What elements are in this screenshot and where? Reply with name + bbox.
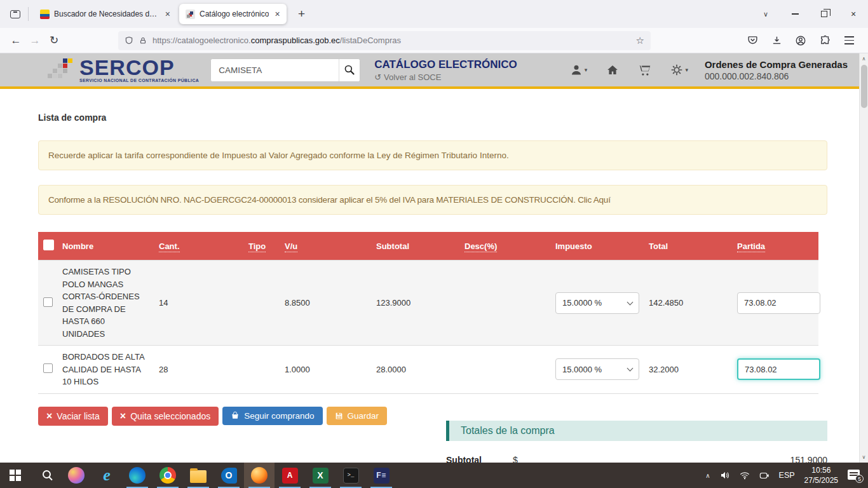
- volume-icon[interactable]: [720, 471, 730, 480]
- seguir-comprando-button[interactable]: Seguir comprando: [222, 407, 322, 425]
- impuesto-select[interactable]: 15.0000 %: [555, 358, 639, 380]
- taskbar-outlook-button[interactable]: O: [214, 463, 244, 488]
- volver-al-soce-link[interactable]: ↺ Volver al SOCE: [374, 72, 517, 82]
- f-app-icon: F≡: [374, 468, 390, 484]
- scroll-down-arrow[interactable]: ∨: [860, 454, 868, 460]
- sercop-logo[interactable]: SERCOP SERVICIO NACIONAL DE CONTRATACIÓN…: [48, 57, 199, 83]
- tab-catalogo[interactable]: Catálogo electrónico ×: [179, 4, 287, 24]
- sercop-logo-mark-icon: [48, 57, 74, 83]
- catalog-search-box: [210, 58, 360, 82]
- totals-panel: Totales de la compra Subtotal $ 151.9000: [446, 407, 827, 463]
- col-tipo[interactable]: Tipo: [243, 232, 280, 261]
- col-vu[interactable]: V/u: [280, 232, 371, 261]
- tab-buscador[interactable]: Buscador de Necesidades de Co ×: [34, 4, 177, 24]
- subtotal-value: 151.9000: [790, 455, 827, 463]
- row-checkbox[interactable]: [43, 363, 53, 373]
- home-button[interactable]: [606, 64, 619, 76]
- url-bar[interactable]: https://catalogoelectronico.compraspubli…: [118, 31, 651, 50]
- restore-button[interactable]: [810, 0, 839, 28]
- copilot-icon: [68, 467, 85, 484]
- account-icon[interactable]: [792, 32, 810, 50]
- tab-label: Buscador de Necesidades de Co: [54, 10, 159, 18]
- start-button[interactable]: [0, 463, 31, 488]
- notification-center-button[interactable]: 5: [848, 470, 862, 481]
- col-cant[interactable]: Cant.: [154, 232, 243, 261]
- vaciar-lista-button[interactable]: × Vaciar lista: [38, 407, 108, 426]
- windows-taskbar: e O A X >_ F≡ ∧ ESP 10:56 27/5/2025 5: [0, 463, 868, 488]
- hidden-icons-chevron[interactable]: ∧: [705, 472, 710, 479]
- tab-close-icon[interactable]: ×: [165, 10, 170, 18]
- impuesto-select[interactable]: 15.0000 %: [555, 292, 639, 314]
- shield-icon[interactable]: [125, 36, 133, 45]
- url-domain: compraspublicas.gob.ec: [251, 36, 340, 45]
- settings-menu[interactable]: ▾: [670, 64, 688, 76]
- caret-down-icon: ▾: [685, 67, 688, 73]
- taskbar-fapp-button[interactable]: F≡: [366, 463, 397, 488]
- col-partida[interactable]: Partida: [732, 232, 818, 261]
- clock[interactable]: 10:56 27/5/2025: [804, 465, 838, 485]
- taskbar-search-button[interactable]: [31, 463, 61, 488]
- pocket-icon[interactable]: [743, 32, 761, 50]
- item-total: 142.4850: [644, 261, 732, 346]
- scrollbar-thumb[interactable]: [861, 65, 867, 108]
- taskbar-edge-button[interactable]: [122, 463, 153, 488]
- edge-icon: [129, 467, 146, 484]
- select-all-checkbox[interactable]: [43, 240, 54, 250]
- search-button[interactable]: [339, 59, 360, 81]
- item-subtotal: 123.9000: [371, 261, 459, 346]
- user-menu[interactable]: ▾: [570, 64, 588, 76]
- list-tabs-chevron-icon[interactable]: ∨: [751, 0, 780, 28]
- new-tab-button[interactable]: +: [293, 5, 311, 23]
- taskbar-firefox-button[interactable]: [244, 463, 275, 488]
- button-row: × Vaciar lista × Quita seleccionados Seg…: [38, 407, 387, 463]
- lock-icon[interactable]: [139, 36, 147, 45]
- tab-close-icon[interactable]: ×: [275, 10, 280, 18]
- minimize-button[interactable]: [780, 0, 810, 28]
- web-page: SERCOP SERVICIO NACIONAL DE CONTRATACIÓN…: [0, 53, 868, 463]
- downloads-icon[interactable]: [768, 32, 785, 50]
- forward-button[interactable]: →: [25, 31, 44, 50]
- taskbar-chrome-button[interactable]: [153, 463, 183, 488]
- item-name: BORDADOS DE ALTA CALIDAD DE HASTA 10 HIL…: [57, 346, 154, 394]
- taskbar-cmd-button[interactable]: >_: [336, 463, 366, 488]
- window-controls: ∨ ×: [751, 0, 868, 28]
- partida-input-focused[interactable]: [737, 358, 820, 380]
- file-explorer-icon: [190, 470, 207, 483]
- extensions-puzzle-icon[interactable]: [816, 32, 834, 50]
- back-button[interactable]: ←: [6, 31, 25, 50]
- main-content: Lista de compra Recuerde aplicar la tari…: [0, 112, 868, 463]
- close-button[interactable]: ×: [839, 0, 868, 28]
- language-indicator[interactable]: ESP: [779, 471, 795, 480]
- taskbar-copilot-button[interactable]: [61, 463, 92, 488]
- impuesto-select-wrap: 15.0000 %: [555, 358, 639, 380]
- user-icon: [570, 64, 583, 76]
- minimize-icon: [792, 13, 799, 15]
- item-vu: 8.8500: [280, 261, 371, 346]
- row-checkbox[interactable]: [43, 297, 53, 307]
- partida-input[interactable]: [737, 292, 820, 314]
- taskbar-acrobat-button[interactable]: A: [275, 463, 305, 488]
- page-scrollbar[interactable]: ∧ ∨: [859, 53, 868, 463]
- firefox-view-button[interactable]: [6, 6, 24, 22]
- search-input[interactable]: [211, 59, 339, 81]
- taskbar-excel-button[interactable]: X: [305, 463, 336, 488]
- taskbar-explorer-button[interactable]: [183, 463, 214, 488]
- bookmark-star-icon[interactable]: ☆: [636, 35, 644, 46]
- windows-logo-icon: [10, 470, 21, 481]
- wifi-icon[interactable]: [740, 471, 750, 480]
- system-tray: ∧ ESP 10:56 27/5/2025 5: [705, 463, 868, 488]
- quitar-seleccionados-button[interactable]: × Quita seleccionados: [112, 407, 219, 426]
- guardar-button[interactable]: Guardar: [327, 407, 388, 425]
- taskbar-ie-button[interactable]: e: [92, 463, 122, 488]
- scroll-up-arrow[interactable]: ∧: [860, 56, 868, 62]
- currency-symbol: $: [513, 455, 518, 463]
- resolucion-warning-alert[interactable]: Conforme a la RESOLUCIÓN NRO. NAC-DGERCG…: [38, 185, 827, 215]
- shopping-bag-icon: [231, 411, 240, 420]
- col-desc[interactable]: Desc(%): [459, 232, 550, 261]
- sercop-favicon: [186, 10, 195, 19]
- reload-button[interactable]: ↻: [44, 31, 64, 50]
- meet-now-icon[interactable]: [759, 471, 770, 480]
- cart-button[interactable]: [638, 64, 651, 77]
- search-icon: [344, 64, 355, 76]
- menu-hamburger-icon[interactable]: [840, 32, 858, 50]
